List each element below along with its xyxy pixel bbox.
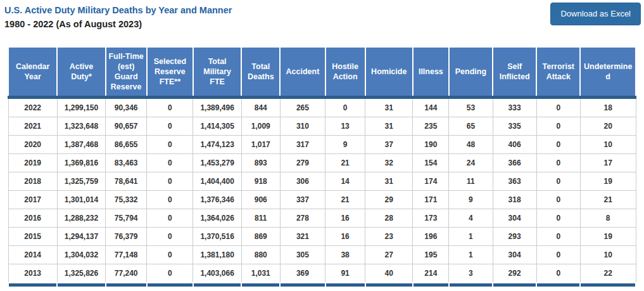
table-cell: 48 [449,136,493,154]
table-cell: 154 [413,154,449,172]
table-cell: 369 [280,264,325,283]
table-cell: 337 [280,191,325,209]
table-cell: 1,299,150 [57,98,105,117]
table-cell: 75,332 [106,191,147,209]
table-cell: 0 [147,117,193,136]
table-cell: 1,387,468 [57,136,105,154]
column-header: Full-Time (est) Guard Reserve [106,47,147,98]
table-cell: 31 [365,172,413,191]
table-cell: 2016 [8,209,57,228]
table-cell: 2020 [8,136,57,154]
table-cell: 235 [413,117,449,136]
table-cell: 9 [325,136,365,154]
table-cell: 1,325,826 [57,264,105,283]
column-header: Terrorist Attack [536,47,580,98]
table-cell: 20 [580,117,636,136]
table-cell: 8 [580,209,636,228]
table-cell: 1,009 [241,117,280,136]
cutoff-cell [8,283,57,287]
page-header: U.S. Active Duty Military Deaths by Year… [0,0,644,42]
table-cell: 31 [365,117,413,136]
page-title: U.S. Active Duty Military Deaths by Year… [4,4,640,16]
table-cell: 1,369,816 [57,154,105,172]
table-cell: 2017 [8,191,57,209]
table-cell: 1,031 [241,264,280,283]
table-cell: 17 [580,154,636,172]
table-cell: 1,017 [241,136,280,154]
table-cell: 190 [413,136,449,154]
table-cell: 321 [280,228,325,246]
table-row: 20191,369,81683,46301,453,27989327921321… [8,154,636,172]
table-row: 20221,299,15090,34601,389,49684426503114… [8,98,636,117]
table-cell: 53 [449,98,493,117]
table-cell: 1,364,026 [193,209,241,228]
table-cell: 0 [147,98,193,117]
table-cell: 174 [413,172,449,191]
table-cell: 10 [580,246,636,264]
table-cell: 18 [580,98,636,117]
table-cell: 869 [241,228,280,246]
table-body: 20221,299,15090,34601,389,49684426503114… [8,98,636,283]
table-cell: 75,794 [106,209,147,228]
table-cell: 0 [147,136,193,154]
table-cell: 90,657 [106,117,147,136]
table-cell: 0 [536,117,580,136]
table-cell: 171 [413,191,449,209]
table-cell: 37 [365,136,413,154]
table-row: 20211,323,64890,65701,414,3051,009310133… [8,117,636,136]
table-cell: 0 [536,191,580,209]
cutoff-cell [580,283,636,287]
table-cell: 2015 [8,228,57,246]
column-header: Homicide [365,47,413,98]
table-cell: 83,463 [106,154,147,172]
table-cell: 195 [413,246,449,264]
cutoff-cell [536,283,580,287]
table-cell: 0 [325,98,365,117]
table-cell: 2014 [8,246,57,264]
table-cell: 305 [280,246,325,264]
table-cell: 0 [147,228,193,246]
table-cell: 77,240 [106,264,147,283]
table-cell: 310 [280,117,325,136]
cutoff-cell [147,283,193,287]
table-header-row: Calendar YearActive Duty*Full-Time (est)… [8,47,636,98]
column-header: Accident [280,47,325,98]
table-cell: 406 [493,136,536,154]
table-cell: 29 [365,191,413,209]
table-cell: 0 [536,154,580,172]
table-cell: 65 [449,117,493,136]
column-header: Active Duty* [57,47,105,98]
table-cell: 0 [536,209,580,228]
table-cell: 335 [493,117,536,136]
table-cell: 1,453,279 [193,154,241,172]
table-cell: 317 [280,136,325,154]
table-cell: 292 [493,264,536,283]
table-cell: 24 [449,154,493,172]
column-header: Self Inflicted [493,47,536,98]
cutoff-cell [325,283,365,287]
table-cell: 1,370,516 [193,228,241,246]
table-cell: 0 [536,172,580,191]
table-cell: 19 [580,228,636,246]
table-cell: 40 [365,264,413,283]
table-cell: 22 [580,264,636,283]
table-header: Calendar YearActive Duty*Full-Time (est)… [8,47,636,98]
download-as-excel-button[interactable]: Download as Excel [550,3,641,25]
table-row: 20131,325,82677,24001,403,0661,031369914… [8,264,636,283]
table-cell: 893 [241,154,280,172]
table-cell: 304 [493,246,536,264]
page-subtitle: 1980 - 2022 (As of August 2023) [4,18,640,30]
column-header: Selected Reserve FTE** [147,47,193,98]
cutoff-cell [106,283,147,287]
table-cell: 27 [365,246,413,264]
table-cell: 1,294,137 [57,228,105,246]
table-cell: 1,414,305 [193,117,241,136]
table-cell: 91 [325,264,365,283]
table-cell: 1,304,032 [57,246,105,264]
table-cell: 265 [280,98,325,117]
table-cell: 366 [493,154,536,172]
table-cell: 0 [147,209,193,228]
table-cell: 38 [325,246,365,264]
table-row: 20161,288,23275,79401,364,02681127816281… [8,209,636,228]
table-cell: 1,288,232 [57,209,105,228]
